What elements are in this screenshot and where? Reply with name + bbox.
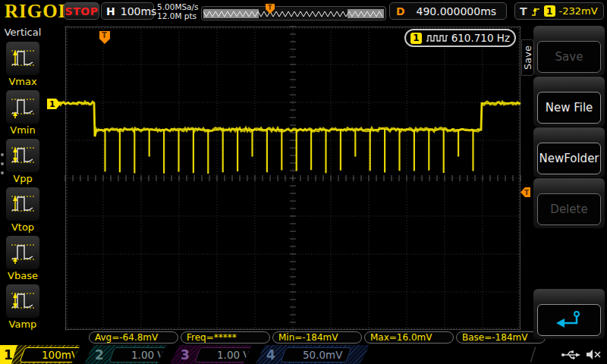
main-area: Vertical Vmax bbox=[0, 23, 607, 345]
trigger-delay-box: D 490.000000ms bbox=[389, 2, 507, 20]
sidebar-item-label: Vmin bbox=[10, 124, 35, 136]
freq-counter-channel-badge: 1 bbox=[410, 33, 422, 44]
trigger-source-badge: 1 bbox=[544, 5, 555, 17]
timebase-value: 100ms bbox=[121, 5, 157, 17]
softkey-slot bbox=[533, 289, 605, 339]
trigger-level-value: -232mV bbox=[559, 5, 598, 17]
vmin-button[interactable] bbox=[5, 89, 40, 124]
channel-number: 4 bbox=[256, 347, 278, 362]
measurement-min: Min=-184mV bbox=[272, 331, 362, 344]
sidebar-item-label: Vamp bbox=[9, 318, 37, 330]
trigger-label: T bbox=[520, 5, 527, 17]
vpp-button[interactable] bbox=[5, 138, 40, 173]
channel-2-status[interactable]: 2 1.00 V bbox=[84, 345, 166, 364]
channel-scale: 1.00 V bbox=[217, 349, 250, 361]
channel-1-scale-box: 100mV bbox=[19, 347, 87, 362]
vmin-icon bbox=[8, 94, 37, 120]
measurement-row: Avg=-64.8mV Freq=***** Min=-184mV Max=16… bbox=[89, 331, 546, 344]
sidebar-title: Vertical bbox=[5, 27, 42, 38]
measurement-freq: Freq=***** bbox=[181, 331, 270, 344]
usb-icon bbox=[561, 349, 580, 360]
channel-status-bar: 1 100mV 2 1.00 V 3 1.00 V 4 bbox=[0, 345, 607, 364]
softkey-new-file[interactable]: New File bbox=[537, 92, 601, 124]
softkey-save[interactable]: Save bbox=[537, 41, 601, 73]
waveform-preview-icon: T bbox=[201, 2, 386, 20]
memory-depth: 12.0M pts bbox=[157, 11, 199, 20]
acquisition-info: 5.00MSa/s 12.0M pts bbox=[157, 2, 199, 20]
sidebar-item-vmin[interactable]: Vmin bbox=[5, 89, 40, 136]
frequency-counter-badge: 1 610.710 Hz bbox=[404, 29, 516, 47]
vamp-icon bbox=[8, 288, 37, 314]
page-indicator-dots bbox=[1, 153, 4, 174]
waveform-graticule: 1TT bbox=[46, 23, 531, 345]
channel-scale: 1.00 V bbox=[131, 349, 165, 361]
oscilloscope-screen: RIGOL STOP H 100ms 5.00MSa/s 12.0M pts T… bbox=[0, 0, 607, 364]
svg-text:T: T bbox=[524, 189, 530, 196]
softkey-slot: Delete bbox=[533, 178, 605, 228]
delay-label: D bbox=[396, 5, 405, 17]
speaker-muted-icon bbox=[586, 349, 602, 360]
measurement-sidebar: Vertical Vmax bbox=[0, 23, 46, 345]
softkey-delete[interactable]: Delete bbox=[537, 193, 601, 225]
sample-rate: 5.00MSa/s bbox=[157, 2, 199, 11]
channel-3-scale-box: 1.00 V bbox=[194, 347, 259, 362]
channel-scale: 50.0mV bbox=[303, 349, 342, 361]
rigol-logo: RIGOL bbox=[5, 1, 71, 22]
vbase-button[interactable] bbox=[5, 235, 40, 270]
channel-number: 2 bbox=[84, 347, 107, 362]
menu-title-tab: Save bbox=[521, 39, 534, 76]
channel-1-level-marker: 1 bbox=[47, 99, 61, 109]
softkey-new-folder[interactable]: NewFolder bbox=[537, 143, 601, 174]
softkey-slot: New File bbox=[533, 77, 605, 127]
sidebar-item-vamp[interactable]: Vamp bbox=[5, 284, 40, 330]
status-divider bbox=[530, 347, 536, 362]
trigger-status-box: T 1 -232mV bbox=[514, 2, 604, 20]
sidebar-item-vtop[interactable]: Vtop bbox=[5, 187, 40, 233]
softkey-slot: NewFolder bbox=[533, 127, 605, 177]
sidebar-item-vbase[interactable]: Vbase bbox=[5, 235, 40, 281]
top-status-bar: RIGOL STOP H 100ms 5.00MSa/s 12.0M pts T… bbox=[0, 0, 607, 23]
square-wave-icon bbox=[426, 33, 448, 43]
svg-text:1: 1 bbox=[49, 99, 55, 109]
run-state-indicator: STOP bbox=[64, 2, 99, 20]
softkey-back[interactable] bbox=[537, 304, 601, 336]
trigger-position-marker: T bbox=[99, 31, 110, 44]
channel-scale: 100mV bbox=[42, 349, 78, 361]
channel-2-scale-box: 1.00 V bbox=[109, 347, 174, 362]
horizontal-timebase-box: H 100ms bbox=[101, 2, 154, 20]
delay-value: 490.000000ms bbox=[413, 5, 500, 17]
channel-4-scale-box: 50.0mV bbox=[280, 347, 352, 362]
svg-text:T: T bbox=[102, 31, 107, 39]
sidebar-item-vmax[interactable]: Vmax bbox=[5, 41, 40, 87]
svg-text:T: T bbox=[268, 5, 272, 11]
vmax-button[interactable] bbox=[5, 41, 40, 76]
channel-number: 1 bbox=[0, 347, 14, 362]
status-icons bbox=[561, 345, 602, 364]
channel-4-status[interactable]: 4 50.0mV bbox=[256, 345, 370, 364]
sidebar-item-label: Vmax bbox=[8, 76, 36, 87]
softkey-slot: Save bbox=[533, 26, 605, 76]
measurement-max: Max=16.0mV bbox=[364, 331, 454, 344]
vamp-button[interactable] bbox=[5, 284, 40, 318]
sidebar-item-label: Vtop bbox=[11, 221, 34, 233]
vmax-icon bbox=[8, 46, 37, 71]
horizontal-label: H bbox=[106, 5, 115, 17]
scope-display: 1TT 1 610.710 Hz Avg=-64.8mV Freq=***** … bbox=[46, 23, 531, 345]
channel-3-status[interactable]: 3 1.00 V bbox=[170, 345, 252, 364]
channel-number: 3 bbox=[170, 347, 193, 362]
channel-1-number-wrap: 1 bbox=[0, 345, 17, 364]
vbase-icon bbox=[8, 240, 37, 265]
softkey-menu: Save Save New File NewFolder Delete bbox=[531, 23, 607, 345]
waveform-preview-strip[interactable]: T bbox=[201, 2, 386, 20]
sidebar-item-label: Vpp bbox=[13, 173, 32, 184]
vpp-icon bbox=[8, 143, 37, 168]
vtop-icon bbox=[8, 191, 37, 217]
measurement-avg: Avg=-64.8mV bbox=[89, 331, 178, 344]
return-arrow-icon bbox=[554, 309, 584, 331]
trigger-level-marker: T bbox=[521, 187, 530, 197]
sidebar-item-vpp[interactable]: Vpp bbox=[5, 138, 40, 184]
vtop-button[interactable] bbox=[5, 187, 40, 221]
trigger-edge-icon bbox=[531, 5, 540, 17]
freq-counter-value: 610.710 Hz bbox=[451, 32, 510, 44]
channel-1-status[interactable]: 1 100mV bbox=[0, 345, 80, 364]
